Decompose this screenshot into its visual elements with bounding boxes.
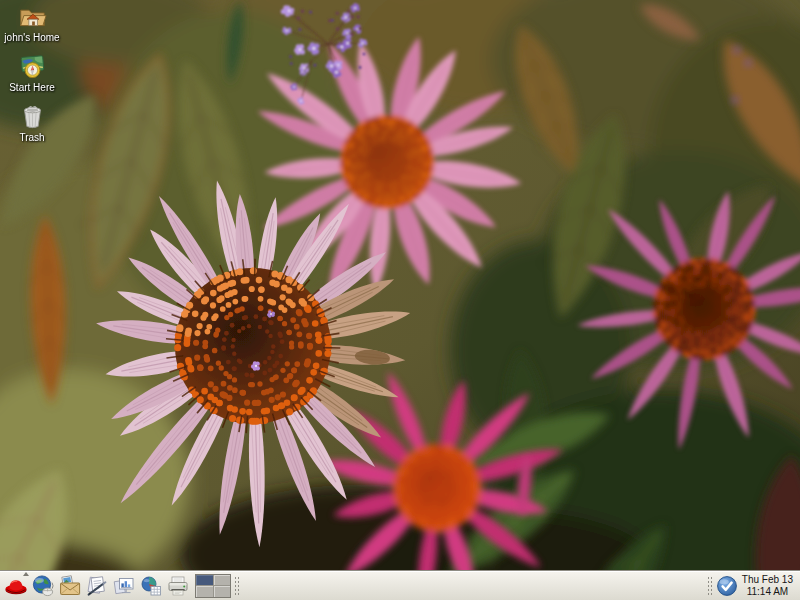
desktop-wallpaper (0, 0, 800, 600)
clock-date: Thu Feb 13 (742, 574, 793, 586)
desktop-icon-label: Start Here (9, 82, 55, 93)
menu-arrow-icon (23, 572, 29, 576)
presentation-button[interactable] (111, 573, 137, 599)
mozilla-globe-icon (31, 574, 55, 598)
workspace-cell-1[interactable] (196, 575, 213, 586)
clock[interactable]: Thu Feb 13 11:14 AM (739, 574, 797, 598)
desktop-icon-trash[interactable]: Trash (0, 102, 64, 143)
gnome-panel: Thu Feb 13 11:14 AM (0, 570, 800, 600)
evolution-envelope-icon (58, 574, 82, 598)
desktop-icon-start-here[interactable]: Start Here (0, 52, 64, 93)
trash-icon (18, 102, 47, 131)
print-manager-button[interactable] (165, 573, 191, 599)
workspace-switcher[interactable] (195, 574, 231, 598)
main-menu-button[interactable] (3, 573, 29, 599)
email-button[interactable] (57, 573, 83, 599)
impress-chart-icon (112, 574, 136, 598)
clock-time: 11:14 AM (742, 586, 793, 598)
printer-icon (166, 574, 190, 598)
workspace-cell-3[interactable] (196, 586, 213, 597)
word-processor-button[interactable] (84, 573, 110, 599)
panel-drag-handle[interactable] (234, 576, 240, 596)
workspace-cell-2[interactable] (214, 575, 231, 586)
start-here-icon (18, 52, 47, 81)
desktop-icon-label: john's Home (4, 32, 59, 43)
calc-pie-icon (139, 574, 163, 598)
desktop-icon-column: john's Home Start Here Trash (0, 2, 64, 143)
red-hat-icon (4, 574, 28, 598)
desktop-icon-label: Trash (19, 132, 44, 143)
writer-documents-icon (85, 574, 109, 598)
home-folder-icon (18, 2, 47, 31)
blue-check-icon (716, 575, 738, 597)
web-browser-button[interactable] (30, 573, 56, 599)
notification-area-drag-handle[interactable] (707, 576, 713, 596)
workspace-cell-4[interactable] (214, 586, 231, 597)
update-notifier-button[interactable] (716, 575, 738, 597)
spreadsheet-button[interactable] (138, 573, 164, 599)
desktop-icon-home[interactable]: john's Home (0, 2, 64, 43)
